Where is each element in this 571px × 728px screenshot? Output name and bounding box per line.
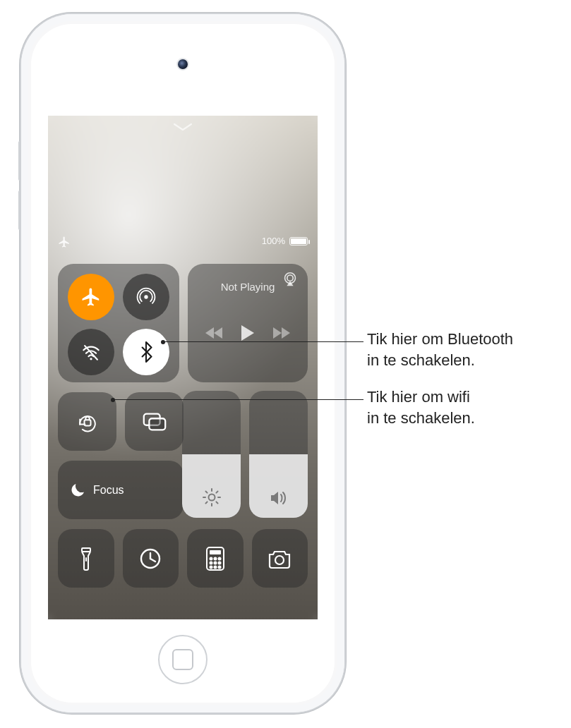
svg-point-1 <box>90 358 92 360</box>
callout-line <box>113 399 363 400</box>
volume-icon <box>269 490 289 506</box>
wifi-button[interactable] <box>68 329 114 375</box>
callout-wifi: Tik hier om wifiin te schakelen. <box>367 387 475 428</box>
side-button <box>18 141 21 181</box>
device-frame: 100% <box>21 14 344 712</box>
svg-point-0 <box>144 295 148 298</box>
flashlight-button[interactable] <box>58 529 114 588</box>
svg-line-13 <box>205 492 207 493</box>
airplane-mode-button[interactable] <box>68 274 114 320</box>
airdrop-button[interactable] <box>123 274 169 320</box>
bluetooth-button[interactable] <box>123 329 169 375</box>
svg-rect-17 <box>82 548 90 552</box>
svg-point-32 <box>218 566 220 568</box>
svg-point-31 <box>214 566 216 568</box>
svg-line-21 <box>150 559 155 562</box>
svg-line-15 <box>205 502 207 503</box>
svg-point-24 <box>210 557 212 559</box>
airplay-icon[interactable] <box>281 271 299 288</box>
camera-icon <box>178 59 188 69</box>
volume-slider[interactable] <box>249 391 308 518</box>
media-playback-group[interactable]: Not Playing <box>188 264 308 382</box>
callout-line <box>163 341 363 342</box>
timer-button[interactable] <box>123 529 179 588</box>
home-button[interactable] <box>158 635 208 684</box>
svg-point-28 <box>214 562 216 564</box>
side-button <box>18 190 21 230</box>
battery-icon <box>289 237 308 245</box>
orientation-lock-button[interactable] <box>58 392 116 451</box>
connectivity-group[interactable] <box>58 264 179 382</box>
airplane-status-icon <box>58 236 71 248</box>
svg-line-14 <box>216 502 217 503</box>
svg-point-27 <box>210 562 212 564</box>
svg-point-26 <box>218 557 220 559</box>
svg-point-29 <box>218 562 220 564</box>
svg-point-30 <box>210 566 212 568</box>
forward-button[interactable] <box>272 326 290 340</box>
brightness-slider[interactable] <box>182 391 241 518</box>
calculator-button[interactable] <box>187 529 244 588</box>
focus-button[interactable]: Focus <box>58 461 184 519</box>
callout-bluetooth: Tik hier om Bluetoothin te schakelen. <box>367 329 513 370</box>
svg-rect-7 <box>149 418 165 430</box>
play-button[interactable] <box>240 324 256 342</box>
svg-rect-23 <box>210 550 221 554</box>
rewind-button[interactable] <box>205 326 224 340</box>
camera-button[interactable] <box>252 529 308 588</box>
battery-text: 100% <box>262 236 285 246</box>
moon-icon <box>69 482 86 499</box>
brightness-icon <box>203 488 221 506</box>
svg-point-25 <box>214 557 216 559</box>
svg-point-8 <box>208 495 215 501</box>
screen-mirroring-button[interactable] <box>125 392 184 451</box>
chevron-down-icon[interactable] <box>173 123 193 133</box>
svg-point-33 <box>275 556 284 564</box>
svg-line-16 <box>216 492 217 493</box>
focus-label: Focus <box>93 484 124 497</box>
svg-point-4 <box>287 275 293 281</box>
control-center: Not Playing <box>58 264 308 597</box>
screen: 100% <box>48 116 318 619</box>
